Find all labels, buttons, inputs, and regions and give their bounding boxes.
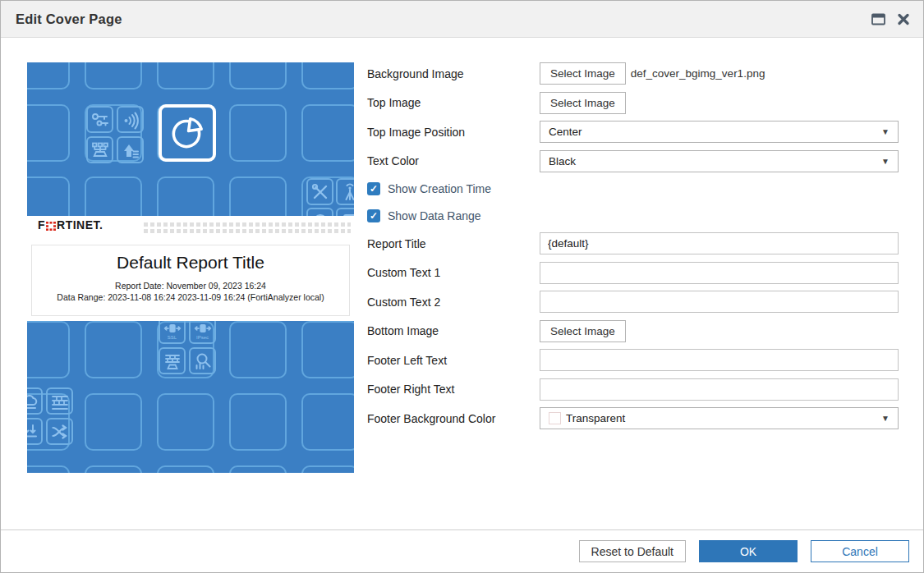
text-color-label: Text Color [367,154,540,167]
footer-background-color-select[interactable]: Transparent ▼ [540,407,899,429]
custom-text-2-input[interactable] [540,291,899,313]
shuffle-icon [46,418,73,445]
report-title-input[interactable] [540,232,899,254]
tools-icon [306,178,333,205]
search-chart-icon [189,347,216,374]
custom-text-2-row: Custom Text 2 [367,291,899,313]
footer-left-text-row: Footer Left Text [367,349,899,371]
footer-left-text-input[interactable] [540,349,899,371]
fortinet-logo-o-icon [46,222,56,231]
chevron-down-icon: ▼ [881,157,890,166]
bottom-image-label: Bottom Image [367,324,540,337]
cancel-button[interactable]: Cancel [811,540,909,562]
upload-icon [117,136,144,163]
footer-background-color-label: Footer Background Color [367,412,540,425]
checkbox-checked-icon[interactable]: ✓ [367,182,380,195]
report-title-box: Default Report Title Report Date: Novemb… [31,245,350,316]
chevron-down-icon: ▼ [881,127,890,136]
chevron-down-icon: ▼ [881,414,890,423]
switch-icon [86,136,113,163]
preview-report-date: Report Date: November 09, 2023 16:24 [32,281,349,291]
show-creation-time-label: Show Creation Time [388,182,491,195]
footer-right-text-label: Footer Right Text [367,383,540,396]
footer-right-text-row: Footer Right Text [367,378,899,401]
checkbox-checked-icon[interactable]: ✓ [367,209,380,222]
ssl-tile-label: SSL [168,335,177,340]
footer-background-color-value: Transparent [566,412,625,424]
edit-cover-page-dialog: Edit Cover Page [0,0,924,573]
preview-data-range: Data Range: 2023-11-08 16:24 2023-11-09 … [32,292,349,302]
footer-right-text-input[interactable] [540,378,899,401]
dialog-content: SSL IPsec [1,38,923,530]
close-icon[interactable] [897,13,910,25]
bottom-image-row: Bottom Image Select Image [367,320,899,342]
cover-page-form: Background Image Select Image def_cover_… [367,62,899,429]
show-data-range-checkbox[interactable]: ✓ Show Data Range [367,206,899,226]
top-image-position-select[interactable]: Center ▼ [540,121,899,143]
fortinet-logo: F RTINET. [38,220,103,231]
keys-icon [86,106,113,133]
top-image-label: Top Image [367,96,540,109]
custom-text-1-input[interactable] [540,262,899,284]
top-image-row: Top Image Select Image [367,92,899,114]
top-image-select-button[interactable]: Select Image [540,92,626,114]
text-color-value: Black [549,155,576,167]
show-creation-time-checkbox[interactable]: ✓ Show Creation Time [367,179,899,199]
background-image-select-button[interactable]: Select Image [540,62,626,85]
dialog-footer: Reset to Default OK Cancel [1,529,923,572]
bottom-image-select-button[interactable]: Select Image [540,320,626,342]
cover-preview: SSL IPsec [27,62,354,473]
custom-text-2-label: Custom Text 2 [367,296,540,309]
signal-icon [117,106,144,133]
custom-text-1-row: Custom Text 1 [367,262,899,284]
ok-button[interactable]: OK [699,540,798,562]
dialog-titlebar: Edit Cover Page [1,1,923,38]
background-image-row: Background Image Select Image def_cover_… [367,62,899,85]
text-color-select[interactable]: Black ▼ [540,150,899,172]
report-title-row: Report Title [367,232,899,254]
dialog-title: Edit Cover Page [16,11,122,27]
reset-to-default-button[interactable]: Reset to Default [579,540,686,562]
show-data-range-label: Show Data Range [388,209,481,222]
pie-chart-icon [159,104,216,162]
footer-left-text-label: Footer Left Text [367,354,540,367]
cloud-icon [27,387,43,415]
report-title-label: Report Title [367,237,540,250]
background-image-filename: def_cover_bgimg_ver1.png [631,67,765,80]
firewall-user-icon [159,347,186,374]
top-image-position-row: Top Image Position Center ▼ [367,121,899,143]
maximize-icon[interactable] [871,13,885,25]
antenna-icon [336,178,354,205]
cover-title-band: F RTINET. Default Report Title [27,216,354,321]
ipsec-tile-label: IPsec [196,335,209,340]
color-swatch [549,412,561,424]
preview-report-title: Default Report Title [32,253,349,273]
firewall-icon [46,387,73,415]
text-color-row: Text Color Black ▼ [367,150,899,172]
download-icon [27,418,43,445]
custom-text-1-label: Custom Text 1 [367,266,540,279]
top-image-position-label: Top Image Position [367,126,540,139]
top-image-position-value: Center [549,126,582,138]
background-image-label: Background Image [367,67,540,80]
footer-background-color-row: Footer Background Color Transparent ▼ [367,407,899,429]
decorative-squares-pattern [144,222,351,236]
